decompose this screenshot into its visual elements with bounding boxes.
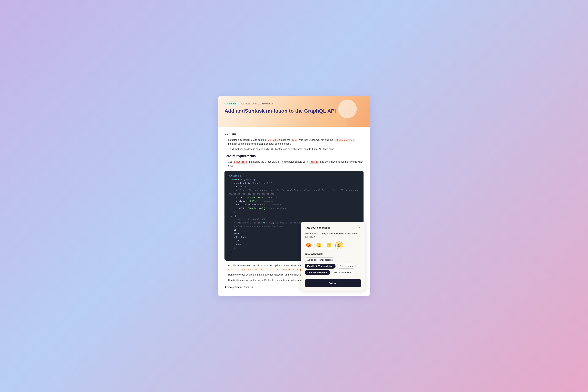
emoji-neutral[interactable]: 😐 — [325, 242, 333, 249]
submit-button[interactable]: Submit — [305, 279, 361, 287]
content-area: Context I created a ticket (NE-35) to ad… — [218, 127, 370, 296]
close-button[interactable]: ✕ — [358, 226, 361, 230]
tags-row: Asked excellent questions Excellent PR d… — [305, 258, 361, 275]
feature-req-list: Add addSubtask mutation to the GraphQL A… — [224, 160, 364, 168]
rate-modal-title: Rate your experience — [305, 226, 330, 229]
rate-question: How would you rate your experience with … — [305, 232, 361, 239]
rate-modal: Rate your experience ✕ How would you rat… — [301, 222, 365, 291]
emoji-dissatisfied[interactable]: 😟 — [315, 242, 323, 249]
tag-excellent-pr-description[interactable]: Excellent PR description — [305, 264, 336, 268]
task-title: Add addSubtask mutation to the GraphQL A… — [224, 108, 364, 114]
context-bullet-1: I created a ticket (NE-35) to add the su… — [228, 138, 364, 146]
rate-modal-header: Rate your experience ✕ — [305, 226, 361, 230]
main-card: Finished Estimated Cost: 100-150 credits… — [218, 96, 370, 296]
feature-req-title: Feature requirements — [224, 154, 364, 158]
context-bullet-2: This ticket can be done in parallel as N… — [228, 147, 364, 151]
went-well-title: What went well? — [305, 253, 361, 255]
code-subtasks: subtasks — [266, 139, 279, 142]
emoji-row: 😡 😟 😐 😄 — [305, 242, 361, 249]
tag-asked-excellent-questions[interactable]: Asked excellent questions — [305, 258, 335, 262]
context-bullet-list: I created a ticket (NE-35) to add the su… — [224, 138, 364, 151]
finished-badge: Finished — [224, 102, 239, 106]
tag-well-documented[interactable]: Well documented — [331, 270, 353, 275]
tag-very-readable-code[interactable]: Very readable code — [305, 270, 330, 275]
emoji-very-dissatisfied[interactable]: 😡 — [305, 242, 312, 249]
feature-req-bullet-1: Add addSubtask mutation to the GraphQL A… — [228, 160, 364, 168]
header-banner: Finished Estimated Cost: 100-150 credits… — [218, 96, 370, 127]
code-addSubtask: addSubtask — [233, 160, 248, 164]
estimated-cost: Estimated Cost: 100-150 credits — [241, 102, 273, 105]
context-title: Context — [224, 132, 364, 136]
emoji-satisfied[interactable]: 😄 — [335, 242, 343, 249]
code-task: Task — [291, 139, 298, 142]
context-section: Context I created a ticket (NE-35) to ad… — [224, 132, 364, 151]
tag-felt-really-fast[interactable]: Felt really fast — [337, 264, 356, 268]
code-makeTaskSubtask: makeTaskSubtask — [334, 139, 355, 142]
header-meta: Finished Estimated Cost: 100-150 credits — [224, 102, 364, 106]
code-task-ts: Task.ts — [308, 160, 320, 164]
